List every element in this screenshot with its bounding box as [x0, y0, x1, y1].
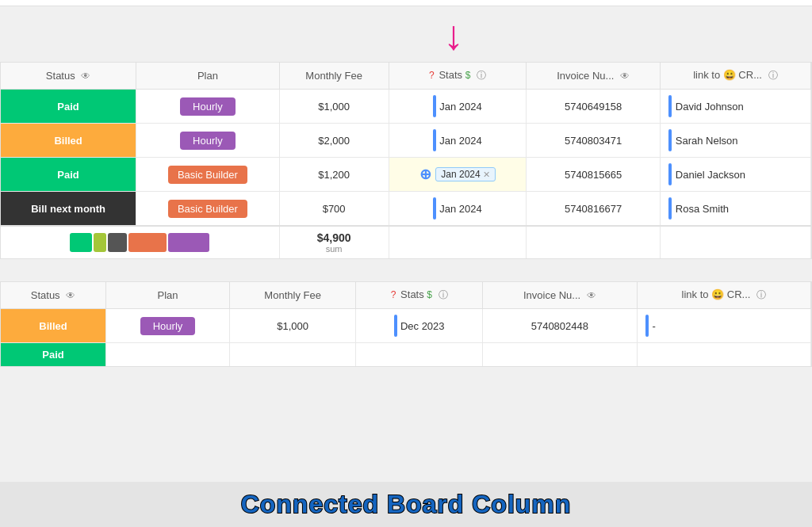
status-cell-paid2[interactable]: Paid — [1, 158, 136, 192]
col-stats-b: ? Stats $ ⓘ — [356, 282, 483, 309]
status-value-b: Billed — [39, 320, 67, 332]
invoice-label: Invoice Nu... — [557, 70, 614, 82]
col-invoice: Invoice Nu... 👁 — [527, 63, 660, 90]
status-value-b2: Paid — [42, 349, 63, 361]
invoice-cell: 5740803471 — [527, 124, 660, 158]
table-header-row: Status 👁 Plan Monthly Fee ? Stats $ ⓘ — [1, 63, 811, 90]
plan-cell[interactable]: Basic Builder — [136, 192, 279, 227]
info-icon: ⓘ — [477, 70, 486, 81]
status-cell-paid-b[interactable]: Paid — [1, 343, 106, 367]
link-cell[interactable]: Daniel Jackson — [660, 158, 810, 192]
stats-date2: Jan 2024 — [439, 135, 482, 147]
status-value: Paid — [57, 169, 79, 181]
status-cell-billed-b[interactable]: Billed — [1, 309, 106, 343]
close-tag-icon[interactable]: ✕ — [483, 170, 490, 180]
col-invoice-b: Invoice Nu... 👁 — [483, 282, 637, 309]
top-scrollbar — [0, 0, 812, 6]
link-cell[interactable]: David Johnson — [660, 90, 810, 124]
plan-badge-hourly2: Hourly — [180, 132, 236, 150]
table-row: Paid Hourly $1,000 Jan 2024 — [1, 90, 811, 124]
dollar-icon: $ — [465, 70, 471, 81]
link-label: link to 😀 CR... — [693, 69, 762, 81]
stats-date-b: Dec 2023 — [400, 320, 445, 332]
question2-icon: ? — [391, 289, 396, 300]
link-cell[interactable]: Rosa Smith — [660, 192, 810, 227]
bottom-title-text: Connected Board Column — [241, 490, 572, 518]
plan-badge-hourly: Hourly — [180, 97, 236, 116]
link-cell[interactable]: Sarah Nelson — [660, 124, 810, 158]
col-link: link to 😀 CR... ⓘ — [660, 63, 810, 90]
arrow-container: ↓ — [48, 6, 812, 62]
col-status: Status 👁 — [1, 63, 136, 90]
blue-bar-icon2 — [433, 129, 436, 151]
plan-cell[interactable]: Hourly — [136, 90, 279, 124]
stats-cell-b[interactable]: Dec 2023 — [356, 309, 483, 343]
invoice-cell: 5740815665 — [527, 158, 660, 192]
table-row: Bill next month Basic Builder $700 Jan 2… — [1, 192, 811, 227]
stats-date: Jan 2024 — [439, 101, 482, 113]
blue-bar-icon — [433, 95, 436, 117]
col-stats: ? Stats $ ⓘ — [389, 63, 527, 90]
plan-cell[interactable]: Hourly — [136, 124, 279, 158]
status-value: Bill next month — [31, 203, 105, 215]
stats-label: Stats — [439, 69, 462, 81]
col-status-b: Status 👁 — [1, 282, 106, 309]
fee-value: $700 — [323, 203, 346, 215]
invoice-value: 5740649158 — [565, 101, 622, 113]
fee-cell: $1,200 — [279, 158, 389, 192]
info2-icon: ⓘ — [768, 70, 778, 81]
status-value: Billed — [54, 135, 82, 147]
table-row: Paid Basic Builder $1,200 ⊕ Jan 2024 — [1, 158, 811, 192]
fee-value-b: $1,000 — [277, 320, 308, 332]
swatch-purple — [168, 233, 209, 252]
col-monthly-fee: Monthly Fee — [279, 63, 389, 90]
stats-cell[interactable]: Jan 2024 — [389, 192, 527, 227]
table-row: Paid — [1, 343, 811, 367]
sum-invoice-cell — [527, 226, 660, 258]
eye4-icon: 👁 — [587, 290, 596, 301]
link-bar-icon4 — [668, 197, 672, 220]
swatch-lime — [94, 233, 106, 252]
blue-bar-icon4 — [433, 197, 436, 220]
sum-amount-cell: $4,900 sum — [279, 226, 389, 258]
link-cell-b[interactable]: - — [637, 309, 810, 343]
stats-cell-highlighted[interactable]: ⊕ Jan 2024 ✕ — [389, 158, 527, 192]
fee-value: $1,200 — [318, 169, 350, 181]
stats-cell[interactable]: Jan 2024 — [389, 90, 527, 124]
plan-cell[interactable]: Basic Builder — [136, 158, 279, 192]
status-cell-bill-next[interactable]: Bill next month — [1, 192, 136, 227]
stats-date-tag[interactable]: Jan 2024 ✕ — [435, 167, 495, 181]
plan-badge-basic2: Basic Builder — [168, 200, 247, 218]
invoice-value-b: 5740802448 — [531, 320, 588, 332]
bottom-table: Status 👁 Plan Monthly Fee ? Stats $ ⓘ — [1, 282, 811, 366]
link-value: Rosa Smith — [676, 203, 729, 215]
invoice-cell: 5740816677 — [527, 192, 660, 227]
invoice-cell-b: 5740802448 — [483, 309, 637, 343]
link-bar-icon — [668, 95, 672, 117]
sum-amount: $4,900 — [288, 231, 381, 244]
invoice-value: 5740815665 — [565, 169, 622, 181]
status-label: Status — [46, 70, 75, 82]
plan-badge-basic: Basic Builder — [168, 166, 247, 184]
bottom-table-header-row: Status 👁 Plan Monthly Fee ? Stats $ ⓘ — [1, 282, 811, 309]
plus-circle-icon[interactable]: ⊕ — [419, 166, 431, 183]
section-gap — [0, 265, 812, 281]
swatch-green — [70, 233, 92, 252]
link-value: Sarah Nelson — [676, 135, 738, 147]
swatch-orange — [128, 233, 167, 252]
plan-cell-b[interactable]: Hourly — [106, 309, 230, 343]
sum-row: $4,900 sum — [1, 226, 811, 258]
sum-label: sum — [288, 244, 381, 254]
table-row: Billed Hourly $1,000 Dec 2023 — [1, 309, 811, 343]
stats-label-b: Stats — [400, 288, 424, 300]
status-value: Paid — [57, 101, 79, 113]
status-cell-billed[interactable]: Billed — [1, 124, 136, 158]
stats-cell[interactable]: Jan 2024 — [389, 124, 527, 158]
status-cell-paid[interactable]: Paid — [1, 90, 136, 124]
sum-link-cell — [660, 226, 810, 258]
plan-cell-b2[interactable] — [106, 343, 230, 367]
eye-icon: 👁 — [81, 71, 90, 82]
link-label-b: link to 😀 CR... — [682, 288, 751, 300]
invoice-label-b: Invoice Nu... — [523, 289, 580, 301]
eye2-icon: 👁 — [620, 71, 630, 82]
